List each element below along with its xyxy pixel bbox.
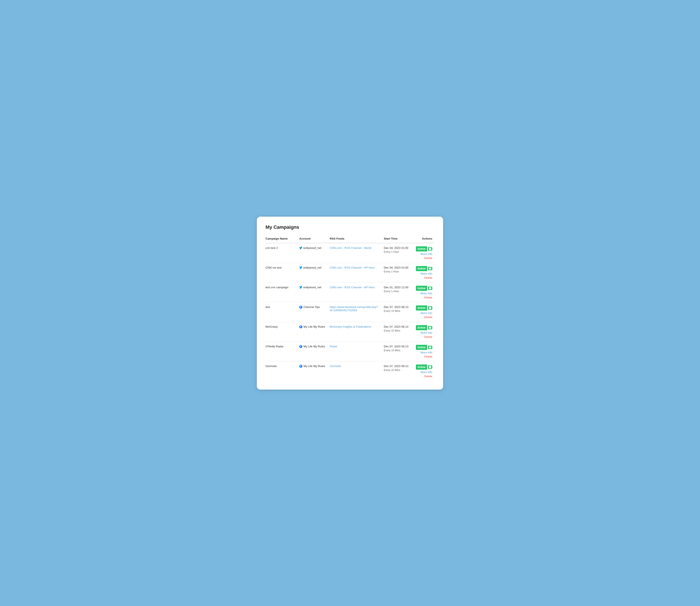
delete-link[interactable]: Delete	[424, 375, 432, 378]
more-info-link[interactable]: More info	[421, 272, 432, 275]
active-toggle[interactable]: Active	[416, 305, 432, 310]
toggle-switch[interactable]	[428, 365, 432, 369]
frequency: Every 15 Mins	[384, 349, 412, 352]
page-title: My Campaigns	[266, 225, 434, 230]
rss-feed-link[interactable]: https://www.facebook.com/profile.php?id=…	[330, 305, 378, 312]
facebook-icon	[299, 325, 302, 329]
rss-feed-link[interactable]: Gizmodo	[330, 365, 341, 368]
rss-feed-link[interactable]: Radar	[330, 345, 337, 348]
col-header-rss: RSS Feeds	[330, 235, 384, 243]
toggle-nub	[429, 327, 431, 329]
frequency: Every 1 Hour	[384, 270, 412, 273]
table-row: McKinseyMy Life My RulesMcKinsey Insight…	[266, 322, 434, 342]
active-button[interactable]: Active	[416, 325, 427, 330]
active-button[interactable]: Active	[416, 246, 427, 252]
account-name: My Life My Rules	[303, 365, 325, 368]
account-cell: My Life My Rules	[299, 365, 328, 368]
account-name: kollywood_net	[303, 266, 321, 269]
more-info-link[interactable]: More info	[421, 292, 432, 295]
twitter-icon	[299, 266, 302, 270]
more-info-link[interactable]: More info	[421, 252, 432, 256]
start-date: Dec 04, 2023 01:00	[384, 246, 412, 250]
actions-cell: ActiveMore infoDelete	[414, 345, 432, 358]
account-name: My Life My Rules	[303, 325, 325, 328]
toggle-switch[interactable]	[428, 346, 432, 349]
rss-feed-link[interactable]: CNN.com - RSS Channel - World	[330, 246, 371, 250]
twitter-icon	[299, 246, 302, 250]
start-date: Dec 07, 2023 06:13	[384, 325, 412, 328]
delete-link[interactable]: Delete	[424, 296, 432, 299]
frequency: Every 1 Hour	[384, 250, 412, 253]
account-name: kollywood_net	[303, 286, 321, 289]
campaign-name: Gizmodo	[266, 365, 277, 368]
facebook-icon	[299, 365, 302, 368]
active-button[interactable]: Active	[416, 305, 427, 310]
delete-link[interactable]: Delete	[424, 335, 432, 339]
actions-cell: ActiveMore infoDelete	[414, 325, 432, 339]
table-row: GizmodoMy Life My RulesGizmodoDec 07, 20…	[266, 361, 434, 381]
account-name: My Life My Rules	[303, 345, 325, 348]
table-row: cnn test 2kollywood_netCNN.com - RSS Cha…	[266, 243, 434, 263]
more-info-link[interactable]: More info	[421, 311, 432, 315]
toggle-nub	[429, 366, 431, 368]
rss-feed-link[interactable]: CNN.com - RSS Channel - HP Hero	[330, 266, 375, 269]
campaign-name: O'Reilly Radar	[266, 345, 284, 348]
actions-cell: ActiveMore infoDelete	[414, 246, 432, 260]
active-toggle[interactable]: Active	[416, 325, 432, 330]
campaigns-table: Campaign Name Account RSS Feeds Start Ti…	[266, 235, 434, 381]
toggle-nub	[429, 287, 431, 289]
toggle-switch[interactable]	[428, 326, 432, 329]
active-toggle[interactable]: Active	[416, 266, 432, 271]
start-date: Dec 07, 2023 06:13	[384, 365, 412, 368]
account-name: Chennai Tips	[303, 305, 320, 309]
more-info-link[interactable]: More info	[421, 351, 432, 354]
delete-link[interactable]: Delete	[424, 256, 432, 260]
active-button[interactable]: Active	[416, 266, 427, 271]
account-cell: kollywood_net	[299, 266, 328, 270]
delete-link[interactable]: Delete	[424, 316, 432, 319]
toggle-switch[interactable]	[428, 286, 432, 290]
frequency: Every 1 Hour	[384, 290, 412, 293]
active-toggle[interactable]: Active	[416, 246, 432, 252]
campaign-name: McKinsey	[266, 325, 278, 328]
active-button[interactable]: Active	[416, 286, 427, 291]
more-info-link[interactable]: More info	[421, 371, 432, 374]
frequency: Every 15 Mins	[384, 309, 412, 312]
toggle-nub	[429, 346, 431, 348]
active-button[interactable]: Active	[416, 345, 427, 350]
rss-feed-link[interactable]: CNN.com - RSS Channel - HP Hero	[330, 286, 375, 289]
actions-cell: ActiveMore infoDelete	[414, 365, 432, 378]
account-cell: My Life My Rules	[299, 325, 328, 329]
campaign-name: cnn test 2	[266, 246, 278, 250]
delete-link[interactable]: Delete	[424, 276, 432, 279]
active-button[interactable]: Active	[416, 365, 427, 370]
actions-cell: ActiveMore infoDelete	[414, 286, 432, 299]
campaign-name: test	[266, 305, 270, 309]
campaigns-card: My Campaigns Campaign Name Account RSS F…	[257, 217, 443, 390]
active-toggle[interactable]: Active	[416, 345, 432, 350]
campaign-name: CNN rss test	[266, 266, 281, 269]
start-date: Dec 07, 2023 06:13	[384, 345, 412, 348]
start-date: Dec 07, 2023 06:13	[384, 305, 412, 309]
account-cell: kollywood_net	[299, 286, 328, 289]
toggle-switch[interactable]	[428, 267, 432, 270]
actions-cell: ActiveMore infoDelete	[414, 305, 432, 319]
more-info-link[interactable]: More info	[421, 331, 432, 334]
active-toggle[interactable]: Active	[416, 286, 432, 291]
actions-cell: ActiveMore infoDelete	[414, 266, 432, 279]
account-name: kollywood_net	[303, 246, 321, 250]
start-date: Dec 01, 2023 11:00	[384, 286, 412, 289]
col-header-starttime: Start Time	[384, 235, 414, 243]
account-cell: kollywood_net	[299, 246, 328, 250]
active-toggle[interactable]: Active	[416, 365, 432, 370]
toggle-switch[interactable]	[428, 306, 432, 310]
rss-feed-link[interactable]: McKinsey Insights & Publications	[330, 325, 371, 328]
twitter-icon	[299, 286, 302, 289]
account-cell: Chennai Tips	[299, 305, 328, 309]
delete-link[interactable]: Delete	[424, 355, 432, 358]
table-row: CNN rss testkollywood_netCNN.com - RSS C…	[266, 263, 434, 282]
campaign-name: test cnn campaign	[266, 286, 289, 289]
toggle-nub	[429, 267, 431, 270]
toggle-switch[interactable]	[428, 247, 432, 251]
table-row: test cnn campaignkollywood_netCNN.com - …	[266, 282, 434, 302]
